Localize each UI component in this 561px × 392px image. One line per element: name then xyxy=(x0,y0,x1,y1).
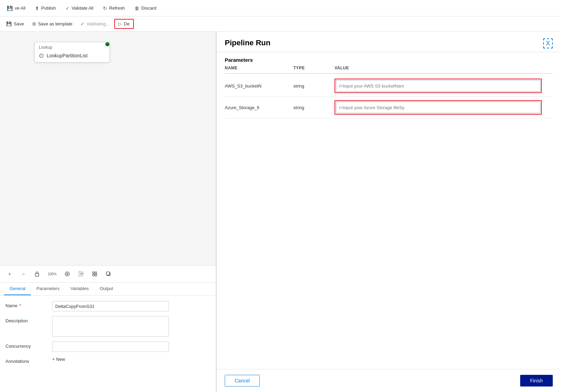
save-all-icon: 💾 xyxy=(7,5,13,11)
svg-rect-8 xyxy=(95,274,97,276)
annotations-add-area: + New xyxy=(52,357,65,362)
param-name-1: Azure_Storage_fi xyxy=(225,105,293,110)
canvas-area[interactable]: Lookup ⊙ LookupPartitionList xyxy=(0,32,216,265)
param-type-0: string xyxy=(293,83,335,89)
second-toolbar: 💾 Save ⊞ Save as template ✓ Validating..… xyxy=(0,16,561,32)
description-label: Description xyxy=(5,316,47,323)
concurrency-row: Concurrency xyxy=(5,342,210,352)
validate-all-button[interactable]: ✓ Validate All xyxy=(61,3,97,13)
lookup-node-icon: ⊙ xyxy=(39,52,44,59)
param-row-0: AWS_S3_bucketN string xyxy=(225,75,553,97)
debug-button[interactable]: ▷ De xyxy=(114,19,134,29)
node-status-indicator xyxy=(105,42,109,46)
fit-button[interactable] xyxy=(62,268,73,279)
header-value: VALUE xyxy=(335,66,553,70)
lookup-node-title: Lookup xyxy=(39,45,105,50)
svg-rect-0 xyxy=(35,274,39,276)
svg-rect-7 xyxy=(93,274,94,276)
tab-output[interactable]: Output xyxy=(94,283,119,295)
header-type: TYPE xyxy=(293,66,335,70)
save-as-template-button[interactable]: ⊞ Save as template xyxy=(29,20,76,28)
canvas-toolbar: + − 100% xyxy=(0,265,216,282)
select-tool-button[interactable] xyxy=(75,268,86,279)
close-dialog-button[interactable]: X xyxy=(543,38,553,48)
publish-button[interactable]: ⬆ Publish xyxy=(31,3,60,13)
validating-button: ✓ Validating... xyxy=(77,20,113,28)
add-annotation-button[interactable]: + New xyxy=(52,357,65,362)
svg-rect-4 xyxy=(79,272,83,276)
play-icon: ▷ xyxy=(118,21,122,26)
param-value-input-0[interactable] xyxy=(336,80,540,92)
param-type-1: string xyxy=(293,105,335,110)
tab-general[interactable]: General xyxy=(4,283,31,295)
params-table: NAME TYPE VALUE AWS_S3_bucketN string Az… xyxy=(217,66,561,369)
save-all-button[interactable]: 💾 ve All xyxy=(3,3,30,13)
lookup-node-name: LookupPartitionList xyxy=(47,53,87,58)
param-row-1: Azure_Storage_fi string xyxy=(225,97,553,118)
annotations-row: Annotations + New xyxy=(5,357,210,364)
properties-panel: General Parameters Variables Output Name… xyxy=(0,282,216,392)
dialog-subtitle: Parameters xyxy=(217,52,561,66)
discard-button[interactable]: 🗑 Discard xyxy=(130,3,161,13)
param-value-input-1[interactable] xyxy=(336,102,540,113)
svg-rect-5 xyxy=(93,272,94,274)
template-icon: ⊞ xyxy=(32,21,36,26)
pipeline-run-dialog: Pipeline Run X Parameters NAME TYPE VALU… xyxy=(217,32,561,392)
param-value-cell-1 xyxy=(335,100,553,115)
check-icon: ✓ xyxy=(81,21,84,26)
tab-parameters[interactable]: Parameters xyxy=(31,283,65,295)
cancel-button[interactable]: Cancel xyxy=(225,375,260,387)
concurrency-input[interactable] xyxy=(52,342,169,352)
copy-button[interactable] xyxy=(103,268,114,279)
tab-variables[interactable]: Variables xyxy=(65,283,94,295)
params-table-header: NAME TYPE VALUE xyxy=(225,66,553,74)
param-value-cell-0 xyxy=(335,79,553,93)
main-layout: Lookup ⊙ LookupPartitionList + − 100% xyxy=(0,32,561,392)
svg-rect-6 xyxy=(95,272,97,274)
param-name-0: AWS_S3_bucketN xyxy=(225,83,293,89)
name-row: Name * xyxy=(5,301,210,311)
publish-icon: ⬆ xyxy=(35,5,39,11)
name-label: Name * xyxy=(5,301,47,308)
lookup-node[interactable]: Lookup ⊙ LookupPartitionList xyxy=(34,42,110,62)
add-tool-button[interactable]: + xyxy=(4,268,15,279)
top-toolbar: 💾 ve All ⬆ Publish ✓ Validate All ↻ Refr… xyxy=(0,0,561,16)
property-content: Name * Description Concurrency Annotatio… xyxy=(0,296,216,374)
arrange-button[interactable] xyxy=(89,268,100,279)
refresh-button[interactable]: ↻ Refresh xyxy=(99,3,129,13)
name-input[interactable] xyxy=(52,301,169,311)
dialog-title: Pipeline Run xyxy=(225,38,270,47)
lookup-node-body: ⊙ LookupPartitionList xyxy=(39,52,105,59)
concurrency-label: Concurrency xyxy=(5,342,47,349)
finish-button[interactable]: Finish xyxy=(520,375,553,387)
refresh-icon: ↻ xyxy=(103,5,107,11)
lock-tool-button[interactable] xyxy=(32,268,43,279)
header-name: NAME xyxy=(225,66,293,70)
plus-icon: + xyxy=(52,357,55,362)
dialog-header: Pipeline Run X xyxy=(217,32,561,52)
params-value-highlighted-container: AWS_S3_bucketN string Azure_Storage_fi s… xyxy=(225,75,553,118)
description-textarea[interactable] xyxy=(52,316,169,337)
zoom100-button[interactable]: 100% xyxy=(45,268,59,279)
left-panel: Lookup ⊙ LookupPartitionList + − 100% xyxy=(0,32,216,392)
annotations-label: Annotations xyxy=(5,357,47,364)
dialog-footer: Cancel Finish xyxy=(217,369,561,392)
save-button[interactable]: 💾 Save xyxy=(3,20,27,28)
description-row: Description xyxy=(5,316,210,337)
validate-icon: ✓ xyxy=(66,5,70,11)
property-tabs: General Parameters Variables Output xyxy=(0,283,216,296)
save-icon: 💾 xyxy=(6,21,12,26)
required-star: * xyxy=(19,303,21,308)
subtract-tool-button[interactable]: − xyxy=(18,268,29,279)
discard-icon: 🗑 xyxy=(135,5,139,11)
svg-rect-10 xyxy=(106,272,109,275)
